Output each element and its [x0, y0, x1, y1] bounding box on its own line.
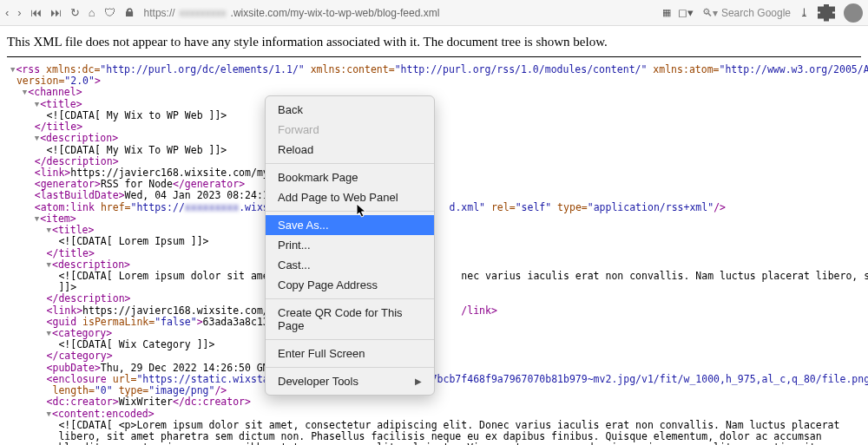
bookmark-icon[interactable]: ◻︎▾ — [678, 6, 694, 19]
lock-icon[interactable]: 🔒︎ — [124, 6, 135, 19]
menu-separator — [266, 339, 434, 340]
menu-cast[interactable]: Cast... — [266, 255, 434, 275]
menu-print[interactable]: Print... — [266, 235, 434, 255]
menu-bookmark[interactable]: Bookmark Page — [266, 167, 434, 187]
context-menu: Back Forward Reload Bookmark Page Add Pa… — [265, 95, 435, 396]
menu-forward: Forward — [266, 120, 434, 140]
shield-icon[interactable]: 🛡︎ — [104, 6, 115, 19]
divider — [7, 56, 861, 57]
chevron-right-icon: ▶ — [415, 376, 422, 386]
browser-toolbar: ‹ › ⏮︎ ⏭︎ ↻ ⌂ 🛡︎ 🔒︎ https://xxxxxxxxx.wi… — [0, 0, 868, 26]
qr-icon[interactable]: ▦ — [662, 7, 669, 18]
fastforward-icon[interactable]: ⏭︎ — [50, 6, 62, 19]
downloads-icon[interactable]: ⤓ — [799, 6, 809, 19]
menu-separator — [266, 163, 434, 164]
menu-copy-address[interactable]: Copy Page Address — [266, 275, 434, 295]
xml-info-message: This XML file does not appear to have an… — [0, 26, 868, 55]
search-placeholder: Search Google — [721, 7, 791, 19]
menu-separator — [266, 367, 434, 368]
menu-separator — [266, 211, 434, 212]
home-icon[interactable]: ⌂ — [89, 6, 95, 19]
menu-reload[interactable]: Reload — [266, 140, 434, 160]
menu-webpanel[interactable]: Add Page to Web Panel — [266, 187, 434, 207]
nav-controls: ‹ › ⏮︎ ⏭︎ ↻ ⌂ 🛡︎ 🔒︎ — [5, 6, 135, 19]
rewind-icon[interactable]: ⏮︎ — [30, 6, 42, 19]
menu-fullscreen[interactable]: Enter Full Screen — [266, 344, 434, 363]
toolbar-right: ▦ ◻︎▾ 🔍︎▾ Search Google ⤓ — [662, 3, 863, 23]
url-path: .wixsite.com/my-wix-to-wp-web/blog-feed.… — [231, 7, 440, 19]
forward-icon[interactable]: › — [17, 6, 21, 19]
menu-devtools[interactable]: Developer Tools▶ — [266, 371, 434, 391]
search-box[interactable]: 🔍︎▾ Search Google — [702, 7, 791, 19]
url-bar[interactable]: https://xxxxxxxxx.wixsite.com/my-wix-to-… — [144, 7, 654, 19]
menu-save-as[interactable]: Save As... — [266, 215, 434, 235]
menu-qr-code[interactable]: Create QR Code for This Page — [266, 303, 434, 336]
extensions-icon[interactable] — [818, 4, 835, 22]
search-icon: 🔍︎▾ — [702, 7, 718, 19]
reload-icon[interactable]: ↻ — [70, 6, 80, 19]
url-blurred-host: xxxxxxxxx — [180, 7, 227, 19]
menu-back[interactable]: Back — [266, 100, 434, 120]
profile-avatar[interactable] — [844, 3, 863, 23]
url-protocol: https:// — [144, 7, 175, 19]
back-icon[interactable]: ‹ — [5, 6, 9, 19]
menu-separator — [266, 298, 434, 299]
